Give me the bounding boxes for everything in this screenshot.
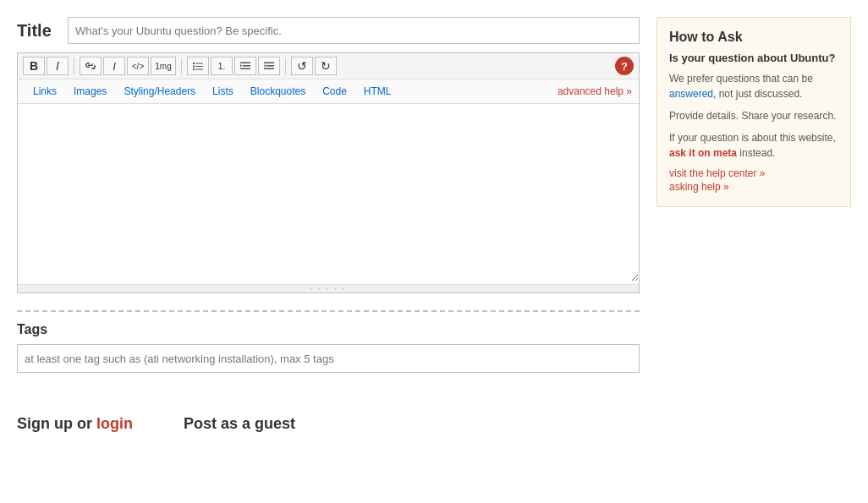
how-text4: If your question is about this website,	[669, 132, 836, 144]
separator3	[285, 57, 286, 74]
help-links: visit the help center » asking help »	[669, 167, 838, 193]
svg-rect-8	[240, 68, 250, 70]
svg-rect-1	[195, 63, 203, 64]
svg-rect-11	[266, 65, 274, 67]
title-label: Title	[17, 21, 59, 41]
link-icon	[85, 61, 96, 71]
footer-section: Sign up or login Post as a guest	[17, 407, 640, 433]
tab-code[interactable]: Code	[314, 83, 355, 100]
how-text-meta: If your question is about this website, …	[669, 130, 838, 161]
ol-button[interactable]: 1.	[211, 57, 233, 75]
how-text-details: Provide details. Share your research.	[669, 108, 838, 123]
how-text2: , not just discussed.	[713, 88, 802, 100]
outdent-icon	[263, 61, 275, 71]
svg-rect-0	[193, 63, 195, 64]
code-button[interactable]: </>	[127, 57, 149, 75]
separator1	[74, 57, 74, 74]
outdent-button[interactable]	[258, 57, 280, 75]
editor-resize-handle[interactable]: · · · · ·	[18, 284, 639, 293]
how-text1: We prefer questions that can be	[669, 73, 813, 85]
answered-link[interactable]: answered	[669, 88, 713, 100]
tags-section: Tags	[17, 310, 640, 373]
svg-rect-2	[193, 66, 195, 68]
advanced-help-link[interactable]: advanced help »	[558, 85, 632, 97]
editor-wrapper: B I I </> 1mg	[17, 52, 640, 293]
svg-rect-10	[264, 63, 274, 64]
title-row: Title	[17, 17, 640, 44]
svg-rect-6	[240, 63, 250, 64]
title-input[interactable]	[68, 17, 640, 44]
signup-text: Sign up or login	[17, 415, 133, 433]
visit-help-center-link[interactable]: visit the help center »	[669, 167, 838, 179]
tab-styling[interactable]: Styling/Headers	[115, 83, 204, 100]
svg-rect-4	[193, 68, 195, 70]
right-column: How to Ask Is your question about Ubuntu…	[656, 17, 851, 433]
how-text-answered: We prefer questions that can be answered…	[669, 71, 838, 101]
resize-dots: · · · · ·	[310, 284, 346, 293]
svg-rect-3	[195, 66, 203, 67]
svg-rect-5	[195, 69, 203, 70]
italic-button[interactable]: I	[47, 57, 69, 75]
ask-meta-link[interactable]: ask it on meta	[669, 147, 737, 159]
left-column: Title B I I </> 1mg	[17, 17, 640, 433]
provide-details: Provide details. Share your research.	[669, 110, 836, 122]
login-link[interactable]: login	[96, 415, 133, 432]
indent-icon	[239, 61, 251, 71]
editor-textarea[interactable]	[18, 104, 639, 282]
ul-button[interactable]	[187, 57, 209, 75]
svg-marker-9	[240, 64, 242, 68]
svg-rect-12	[264, 68, 274, 70]
separator2	[181, 57, 182, 74]
how-text5: instead.	[737, 147, 775, 159]
svg-marker-13	[264, 64, 266, 68]
signup-label: Sign up or	[17, 415, 96, 432]
ul-icon	[192, 61, 204, 71]
help-button[interactable]: ?	[615, 57, 634, 75]
tags-label: Tags	[17, 322, 640, 337]
svg-rect-7	[243, 65, 250, 67]
blockquote-button[interactable]: I	[103, 57, 125, 75]
indent-button[interactable]	[234, 57, 256, 75]
how-to-ask-question: Is your question about Ubuntu?	[669, 52, 838, 64]
toolbar-tabs-row: Links Images Styling/Headers Lists Block…	[18, 79, 639, 104]
how-to-ask-title: How to Ask	[669, 30, 838, 45]
tab-blockquotes[interactable]: Blockquotes	[242, 83, 314, 100]
asking-help-link[interactable]: asking help »	[669, 181, 838, 193]
undo-button[interactable]: ↺	[291, 57, 313, 75]
toolbar-row1: B I I </> 1mg	[18, 53, 639, 79]
tab-links[interactable]: Links	[25, 83, 65, 100]
redo-button[interactable]: ↻	[315, 57, 337, 75]
link-button[interactable]	[80, 57, 102, 75]
post-as-guest-text: Post as a guest	[184, 415, 295, 433]
tags-input[interactable]	[17, 344, 640, 373]
tab-html[interactable]: HTML	[355, 83, 400, 100]
image-button[interactable]: 1mg	[151, 57, 176, 75]
bold-button[interactable]: B	[23, 57, 45, 75]
tab-images[interactable]: Images	[65, 83, 115, 100]
tab-lists[interactable]: Lists	[204, 83, 242, 100]
how-to-ask-box: How to Ask Is your question about Ubuntu…	[656, 17, 851, 207]
